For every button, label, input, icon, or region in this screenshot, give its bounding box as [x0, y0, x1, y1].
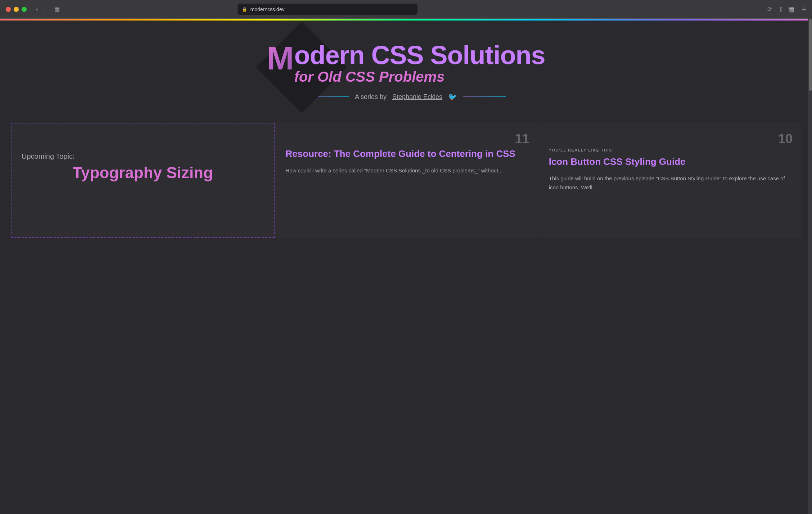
scrollbar — [808, 0, 812, 514]
upcoming-title: Typography Sizing — [12, 163, 274, 182]
card-title-10: Icon Button CSS Styling Guide — [549, 156, 791, 168]
author-prefix: A series by — [355, 93, 387, 101]
minimize-window-button[interactable] — [14, 7, 19, 12]
card-number-10: 10 — [778, 131, 793, 146]
address-bar[interactable]: 🔒 moderncss.dev — [238, 4, 418, 15]
close-window-button[interactable] — [6, 7, 11, 12]
scrollbar-thumb[interactable] — [809, 19, 812, 91]
site-title-wrapper: M odern CSS Solutions for Old CSS Proble… — [267, 42, 545, 85]
card-line-decoration-10 — [539, 123, 801, 144]
article-card-10[interactable]: 10 YOU'LL REALLY LIKE THIS! Icon Button … — [539, 123, 801, 238]
back-button[interactable]: ‹ — [34, 5, 40, 14]
article-card-11[interactable]: 11 Resource: The Complete Guide to Cente… — [275, 123, 538, 238]
title-line1: odern CSS Solutions — [294, 42, 545, 68]
nav-buttons: ‹ › — [34, 5, 48, 14]
card-line-decoration — [275, 123, 538, 144]
page-content: M odern CSS Solutions for Old CSS Proble… — [0, 21, 812, 514]
tab-overview-button[interactable]: ▦ — [788, 5, 794, 13]
author-line: A series by Stephanie Eckles 🐦 — [306, 93, 506, 101]
lock-icon: 🔒 — [242, 7, 247, 12]
card-excerpt-10: This guide will build on the previous ep… — [549, 174, 791, 192]
card-number-11: 11 — [515, 131, 529, 146]
browser-chrome: ‹ › ▦ 🔒 moderncss.dev ⟳ ⇧ ▦ + — [0, 0, 812, 19]
card-title-11: Resource: The Complete Guide to Centerin… — [285, 148, 528, 160]
card-tag-10: YOU'LL REALLY LIKE THIS! — [549, 148, 791, 152]
cards-section: Upcoming Topic: Typography Sizing 11 Res… — [0, 123, 812, 238]
upcoming-label: Upcoming Topic: — [12, 123, 274, 161]
site-title: M odern CSS Solutions for Old CSS Proble… — [267, 42, 545, 85]
card-excerpt-11: How could I write a series called "Moder… — [285, 166, 528, 175]
hero-section: M odern CSS Solutions for Old CSS Proble… — [0, 21, 812, 116]
traffic-lights — [6, 7, 27, 12]
toolbar-right: ⟳ ⇧ ▦ — [765, 4, 794, 14]
title-big-m: M — [267, 42, 293, 75]
title-main: odern CSS Solutions for Old CSS Problems — [294, 42, 545, 85]
twitter-icon[interactable]: 🐦 — [448, 93, 457, 101]
share-button[interactable]: ⇧ — [779, 5, 784, 13]
author-link[interactable]: Stephanie Eckles — [392, 93, 442, 101]
forward-button[interactable]: › — [41, 5, 48, 14]
reload-button[interactable]: ⟳ — [765, 4, 774, 14]
title-line2: for Old CSS Problems — [294, 68, 545, 85]
add-tab-button[interactable]: + — [802, 5, 806, 14]
sidebar-button[interactable]: ▦ — [52, 4, 62, 14]
upcoming-card[interactable]: Upcoming Topic: Typography Sizing — [11, 123, 275, 238]
url-display: moderncss.dev — [250, 6, 284, 12]
maximize-window-button[interactable] — [22, 7, 27, 12]
